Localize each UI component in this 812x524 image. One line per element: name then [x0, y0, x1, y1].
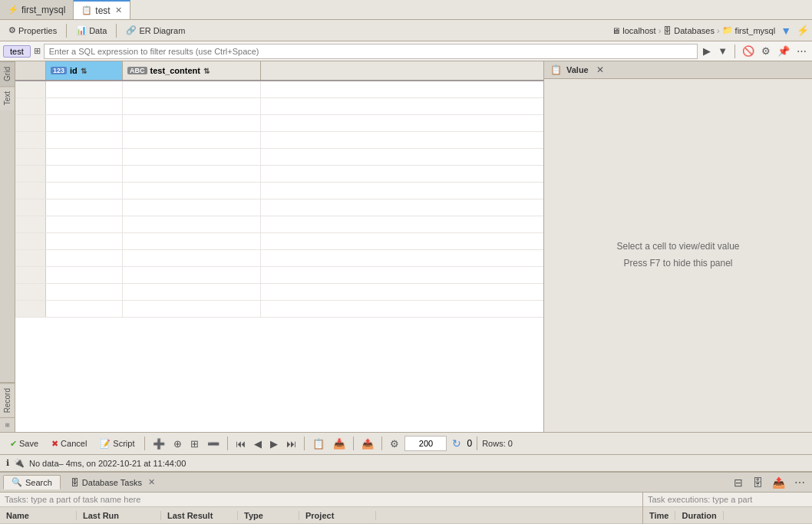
table-row[interactable] — [15, 199, 543, 216]
table-row[interactable] — [15, 216, 543, 233]
col-content-sort-icon[interactable]: ⇅ — [203, 67, 210, 75]
er-diagram-button[interactable]: 🔗 ER Diagram — [120, 23, 190, 38]
col-time-label: Time — [649, 511, 668, 520]
side-label-text[interactable]: Text — [0, 86, 15, 110]
bottom-panel-icon-3[interactable]: 📤 — [768, 475, 789, 490]
col-time[interactable]: Time — [643, 511, 675, 520]
save-button[interactable]: ✔ Save — [5, 437, 44, 451]
side-labels: Grid Text Record ≡ — [0, 61, 15, 432]
table-row[interactable] — [15, 233, 543, 250]
properties-button[interactable]: ⚙ Properties — [3, 23, 62, 38]
table-row[interactable] — [15, 166, 543, 183]
col-last-run[interactable]: Last Run — [77, 511, 161, 520]
table-row[interactable] — [15, 267, 543, 284]
script-button[interactable]: 📝 Script — [94, 437, 140, 451]
col-project-label: Project — [305, 511, 334, 520]
insert-row-button[interactable]: ⊕ — [170, 437, 185, 450]
tab-search[interactable]: 🔍 Search — [3, 475, 61, 489]
side-label-grid[interactable]: Grid — [0, 61, 15, 86]
filter-bar: test ⊞ ▶ ▼ 🚫 ⚙ 📌 ⋯ — [0, 41, 812, 61]
bottom-panel-tabs: 🔍 Search 🗄 Database Tasks ✕ ⊟ 🗄 📤 ⋯ — [0, 473, 812, 493]
bottom-panel-icon-2[interactable]: 🗄 — [748, 475, 767, 490]
connection-icon: 🔌 — [14, 458, 25, 468]
table-row[interactable] — [15, 250, 543, 267]
toolbar-separator-1 — [66, 24, 67, 38]
table-row[interactable] — [15, 183, 543, 199]
filter-run-button[interactable]: ▶ — [701, 44, 713, 58]
save-icon: ✔ — [10, 439, 17, 449]
bottom-executions-filter[interactable]: Task executions: type a part — [643, 493, 812, 507]
row-limit-input[interactable]: 200 — [404, 436, 447, 451]
tab-first-mysql[interactable]: ⚡ first_mysql — [0, 0, 74, 19]
filter-options-button[interactable]: ⚙ — [759, 44, 773, 58]
side-label-record-icon[interactable]: ≡ — [0, 417, 15, 432]
table-row[interactable] — [15, 149, 543, 166]
refresh-schema-icon[interactable]: ⚡ — [797, 25, 809, 36]
tab-test-close[interactable]: ✕ — [115, 5, 122, 15]
main-toolbar: ⚙ Properties 📊 Data 🔗 ER Diagram 🖥 local… — [0, 20, 812, 41]
table-row[interactable] — [15, 115, 543, 132]
connection-dropdown[interactable]: ▼ — [781, 25, 791, 37]
export-button[interactable]: 📤 — [358, 437, 377, 450]
grid-body[interactable] — [15, 81, 543, 432]
tab-database-tasks[interactable]: 🗄 Database Tasks ✕ — [62, 475, 163, 489]
main-content: Grid Text Record ≡ 123 id ⇅ ABC test_con… — [0, 61, 812, 432]
col-id-sort-icon[interactable]: ⇅ — [81, 67, 87, 75]
er-icon: 🔗 — [126, 25, 137, 35]
table-row[interactable] — [15, 98, 543, 115]
col-type[interactable]: Type — [238, 511, 299, 520]
grid-header: 123 id ⇅ ABC test_content ⇅ — [15, 61, 543, 81]
tab-test[interactable]: 📋 test ✕ — [74, 0, 130, 19]
col-header-id[interactable]: 123 id ⇅ — [46, 61, 123, 80]
table-row[interactable] — [15, 301, 543, 318]
filter-dropdown-button[interactable]: ▼ — [715, 44, 730, 58]
status-icon: ℹ — [6, 458, 9, 468]
value-panel-close-button[interactable]: ✕ — [596, 64, 604, 75]
settings-button[interactable]: ⚙ — [387, 437, 402, 450]
col-content-type-badge: ABC — [127, 67, 147, 74]
data-label: Data — [89, 26, 107, 35]
col-header-test-content[interactable]: ABC test_content ⇅ — [123, 61, 261, 80]
table-row[interactable] — [15, 284, 543, 301]
cancel-button[interactable]: ✖ Cancel — [46, 437, 92, 451]
expand-icon[interactable]: ⊞ — [34, 46, 41, 56]
filter-clear-button[interactable]: 🚫 — [740, 44, 757, 58]
bottom-panel-icon-4[interactable]: ⋯ — [791, 475, 809, 490]
data-button[interactable]: 📊 Data — [71, 23, 112, 38]
value-panel-icon: 📋 — [550, 64, 562, 75]
nav-first-button[interactable]: ⏮ — [233, 437, 249, 450]
value-panel-body: Select a cell to view/edit value Press F… — [544, 79, 812, 432]
bottom-panel-icon-1[interactable]: ⊟ — [730, 475, 747, 490]
col-last-result-label: Last Result — [167, 511, 213, 520]
filter-tab-label[interactable]: test — [3, 45, 31, 58]
nav-prev-button[interactable]: ◀ — [251, 437, 265, 450]
copy-rows-button[interactable]: 📋 — [309, 437, 328, 450]
side-label-record[interactable]: Record — [0, 383, 15, 417]
table-row[interactable] — [15, 132, 543, 149]
paste-rows-button[interactable]: 📥 — [330, 437, 348, 450]
filter-more-button[interactable]: ⋯ — [794, 44, 809, 58]
duplicate-row-button[interactable]: ⊞ — [187, 437, 202, 450]
col-project[interactable]: Project — [299, 511, 376, 520]
schema-label: first_mysql — [735, 26, 776, 35]
tab-db-tasks-close[interactable]: ✕ — [148, 477, 155, 487]
col-duration[interactable]: Duration — [675, 511, 723, 520]
value-panel-hint-1: Select a cell to view/edit value — [616, 239, 739, 255]
nav-last-button[interactable]: ⏭ — [283, 437, 299, 450]
add-row-button[interactable]: ➕ — [150, 437, 168, 450]
value-panel-header: 📋 Value ✕ — [544, 61, 812, 79]
host-icon: 🖥 — [612, 26, 620, 35]
delete-row-button[interactable]: ➖ — [204, 437, 223, 450]
refresh-button[interactable]: ↻ — [449, 437, 464, 450]
col-name[interactable]: Name — [0, 511, 77, 520]
filter-input[interactable] — [44, 44, 698, 59]
bottom-tasks-filter[interactable]: Tasks: type a part of task name here — [0, 493, 642, 507]
col-last-result[interactable]: Last Result — [161, 511, 238, 520]
bottom-right-panel: Task executions: type a part Time Durati… — [643, 493, 812, 524]
host-label: localhost — [622, 26, 655, 35]
filter-tab-text: test — [10, 47, 24, 56]
filter-pin-button[interactable]: 📌 — [775, 44, 792, 58]
table-row[interactable] — [15, 81, 543, 98]
row-num-header — [15, 61, 46, 80]
nav-next-button[interactable]: ▶ — [267, 437, 281, 450]
